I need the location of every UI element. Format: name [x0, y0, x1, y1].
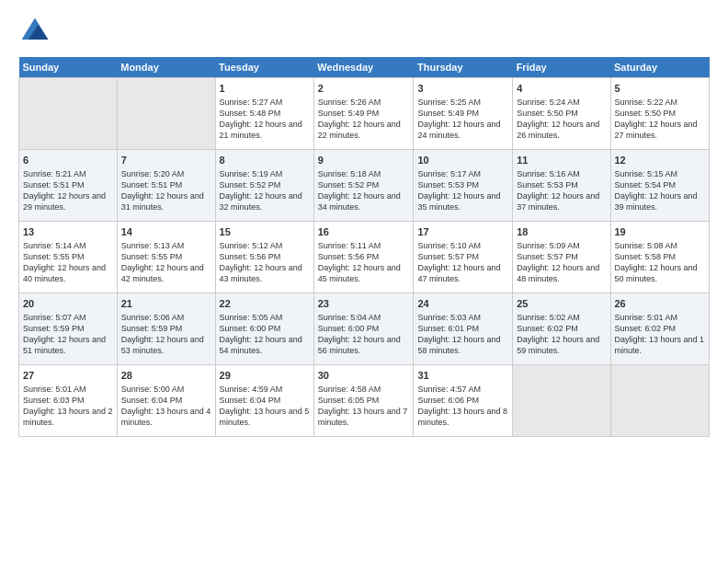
day-number: 13 — [23, 225, 113, 239]
calendar-table: SundayMondayTuesdayWednesdayThursdayFrid… — [18, 57, 710, 437]
day-info: Sunrise: 5:04 AM Sunset: 6:00 PM Dayligh… — [318, 312, 410, 357]
calendar-week: 13Sunrise: 5:14 AM Sunset: 5:55 PM Dayli… — [19, 222, 710, 293]
day-info: Sunrise: 5:03 AM Sunset: 6:01 PM Dayligh… — [417, 312, 508, 357]
calendar-week: 27Sunrise: 5:01 AM Sunset: 6:03 PM Dayli… — [19, 365, 710, 437]
calendar-cell: 7Sunrise: 5:20 AM Sunset: 5:51 PM Daylig… — [117, 150, 215, 222]
day-number: 10 — [417, 154, 508, 167]
day-number: 18 — [517, 225, 606, 239]
day-info: Sunrise: 5:11 AM Sunset: 5:56 PM Dayligh… — [318, 240, 410, 285]
calendar-cell: 16Sunrise: 5:11 AM Sunset: 5:56 PM Dayli… — [313, 222, 414, 293]
day-number: 9 — [318, 154, 410, 167]
day-number: 25 — [517, 297, 606, 311]
day-info: Sunrise: 5:01 AM Sunset: 6:03 PM Dayligh… — [23, 384, 113, 429]
day-info: Sunrise: 5:09 AM Sunset: 5:57 PM Dayligh… — [517, 240, 606, 285]
day-info: Sunrise: 5:05 AM Sunset: 6:00 PM Dayligh… — [220, 312, 310, 357]
day-number: 2 — [318, 82, 410, 96]
calendar-header: SundayMondayTuesdayWednesdayThursdayFrid… — [19, 57, 710, 78]
calendar-cell: 29Sunrise: 4:59 AM Sunset: 6:04 PM Dayli… — [215, 365, 313, 437]
day-number: 28 — [121, 369, 211, 383]
header-day: Monday — [117, 57, 215, 78]
calendar-cell: 12Sunrise: 5:15 AM Sunset: 5:54 PM Dayli… — [610, 150, 710, 222]
calendar-cell: 18Sunrise: 5:09 AM Sunset: 5:57 PM Dayli… — [513, 222, 610, 293]
calendar-cell: 1Sunrise: 5:27 AM Sunset: 5:48 PM Daylig… — [215, 78, 313, 150]
calendar-cell: 15Sunrise: 5:12 AM Sunset: 5:56 PM Dayli… — [215, 222, 313, 293]
calendar-cell: 4Sunrise: 5:24 AM Sunset: 5:50 PM Daylig… — [513, 78, 610, 150]
day-number: 29 — [220, 369, 310, 383]
day-info: Sunrise: 5:12 AM Sunset: 5:56 PM Dayligh… — [220, 240, 310, 285]
day-number: 27 — [23, 369, 113, 383]
day-info: Sunrise: 5:01 AM Sunset: 6:02 PM Dayligh… — [615, 312, 706, 357]
day-info: Sunrise: 5:00 AM Sunset: 6:04 PM Dayligh… — [121, 384, 211, 429]
day-number: 15 — [220, 225, 310, 239]
calendar-cell: 17Sunrise: 5:10 AM Sunset: 5:57 PM Dayli… — [414, 222, 513, 293]
header-day: Thursday — [414, 57, 513, 78]
day-info: Sunrise: 4:59 AM Sunset: 6:04 PM Dayligh… — [220, 384, 310, 429]
calendar-cell: 23Sunrise: 5:04 AM Sunset: 6:00 PM Dayli… — [313, 293, 414, 365]
logo — [18, 15, 55, 48]
calendar-cell: 9Sunrise: 5:18 AM Sunset: 5:52 PM Daylig… — [313, 150, 414, 222]
calendar-cell: 10Sunrise: 5:17 AM Sunset: 5:53 PM Dayli… — [414, 150, 513, 222]
day-info: Sunrise: 5:15 AM Sunset: 5:54 PM Dayligh… — [615, 168, 706, 213]
calendar-cell: 5Sunrise: 5:22 AM Sunset: 5:50 PM Daylig… — [610, 78, 710, 150]
calendar-cell: 2Sunrise: 5:26 AM Sunset: 5:49 PM Daylig… — [313, 78, 414, 150]
day-number: 20 — [23, 297, 113, 311]
calendar-cell: 28Sunrise: 5:00 AM Sunset: 6:04 PM Dayli… — [117, 365, 215, 437]
day-number: 6 — [23, 154, 113, 167]
calendar-cell: 21Sunrise: 5:06 AM Sunset: 5:59 PM Dayli… — [117, 293, 215, 365]
day-info: Sunrise: 5:19 AM Sunset: 5:52 PM Dayligh… — [220, 168, 310, 213]
header — [18, 15, 710, 48]
logo-icon — [18, 15, 51, 48]
header-day: Friday — [513, 57, 610, 78]
calendar-body: 1Sunrise: 5:27 AM Sunset: 5:48 PM Daylig… — [19, 78, 710, 437]
day-info: Sunrise: 5:16 AM Sunset: 5:53 PM Dayligh… — [517, 168, 606, 213]
header-day: Sunday — [19, 57, 118, 78]
day-info: Sunrise: 4:57 AM Sunset: 6:06 PM Dayligh… — [417, 384, 508, 429]
calendar-cell: 24Sunrise: 5:03 AM Sunset: 6:01 PM Dayli… — [414, 293, 513, 365]
day-info: Sunrise: 5:18 AM Sunset: 5:52 PM Dayligh… — [318, 168, 410, 213]
day-number: 17 — [417, 225, 508, 239]
day-info: Sunrise: 5:14 AM Sunset: 5:55 PM Dayligh… — [23, 240, 113, 285]
day-info: Sunrise: 5:07 AM Sunset: 5:59 PM Dayligh… — [23, 312, 113, 357]
calendar-cell — [513, 365, 610, 437]
day-info: Sunrise: 5:20 AM Sunset: 5:51 PM Dayligh… — [121, 168, 211, 213]
day-number: 31 — [417, 369, 508, 383]
day-info: Sunrise: 5:21 AM Sunset: 5:51 PM Dayligh… — [23, 168, 113, 213]
day-number: 11 — [517, 154, 606, 167]
day-number: 1 — [220, 82, 310, 96]
calendar-cell: 19Sunrise: 5:08 AM Sunset: 5:58 PM Dayli… — [610, 222, 710, 293]
day-number: 16 — [318, 225, 410, 239]
calendar-week: 1Sunrise: 5:27 AM Sunset: 5:48 PM Daylig… — [19, 78, 710, 150]
calendar-cell: 3Sunrise: 5:25 AM Sunset: 5:49 PM Daylig… — [414, 78, 513, 150]
calendar-cell: 31Sunrise: 4:57 AM Sunset: 6:06 PM Dayli… — [414, 365, 513, 437]
day-number: 5 — [615, 82, 706, 96]
calendar-cell: 27Sunrise: 5:01 AM Sunset: 6:03 PM Dayli… — [19, 365, 118, 437]
calendar-cell: 20Sunrise: 5:07 AM Sunset: 5:59 PM Dayli… — [19, 293, 118, 365]
day-info: Sunrise: 5:27 AM Sunset: 5:48 PM Dayligh… — [220, 97, 310, 142]
day-info: Sunrise: 5:17 AM Sunset: 5:53 PM Dayligh… — [417, 168, 508, 213]
day-number: 26 — [615, 297, 706, 311]
calendar-week: 6Sunrise: 5:21 AM Sunset: 5:51 PM Daylig… — [19, 150, 710, 222]
calendar-cell: 13Sunrise: 5:14 AM Sunset: 5:55 PM Dayli… — [19, 222, 118, 293]
calendar-cell — [610, 365, 710, 437]
header-day: Saturday — [610, 57, 710, 78]
day-number: 24 — [417, 297, 508, 311]
day-number: 21 — [121, 297, 211, 311]
day-number: 8 — [220, 154, 310, 167]
header-row: SundayMondayTuesdayWednesdayThursdayFrid… — [19, 57, 710, 78]
day-info: Sunrise: 5:10 AM Sunset: 5:57 PM Dayligh… — [417, 240, 508, 285]
calendar-cell: 11Sunrise: 5:16 AM Sunset: 5:53 PM Dayli… — [513, 150, 610, 222]
calendar-cell: 26Sunrise: 5:01 AM Sunset: 6:02 PM Dayli… — [610, 293, 710, 365]
day-info: Sunrise: 5:06 AM Sunset: 5:59 PM Dayligh… — [121, 312, 211, 357]
day-number: 7 — [121, 154, 211, 167]
day-info: Sunrise: 5:22 AM Sunset: 5:50 PM Dayligh… — [615, 97, 706, 142]
calendar-cell: 30Sunrise: 4:58 AM Sunset: 6:05 PM Dayli… — [313, 365, 414, 437]
day-number: 14 — [121, 225, 211, 239]
calendar-cell — [117, 78, 215, 150]
day-info: Sunrise: 4:58 AM Sunset: 6:05 PM Dayligh… — [318, 384, 410, 429]
day-info: Sunrise: 5:02 AM Sunset: 6:02 PM Dayligh… — [517, 312, 606, 357]
day-number: 4 — [517, 82, 606, 96]
header-day: Wednesday — [313, 57, 414, 78]
day-info: Sunrise: 5:08 AM Sunset: 5:58 PM Dayligh… — [615, 240, 706, 285]
calendar-cell: 22Sunrise: 5:05 AM Sunset: 6:00 PM Dayli… — [215, 293, 313, 365]
day-number: 3 — [417, 82, 508, 96]
